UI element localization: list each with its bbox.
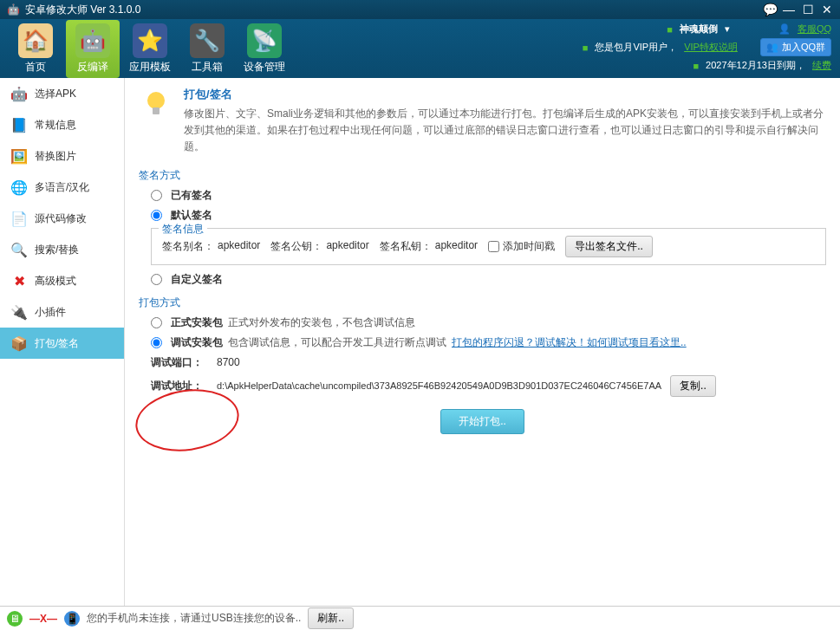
- sidebar-item-search-replace[interactable]: 🔍搜索/替换: [0, 234, 124, 265]
- app-icon: 🤖: [7, 3, 20, 16]
- debug-help-link[interactable]: 打包的程序闪退？调试解决！如何调试项目看这里..: [452, 335, 687, 350]
- status-bar: 🖥 —X— 📱 您的手机尚未连接，请通过USB连接您的设备.. 刷新..: [0, 606, 840, 630]
- sidebar-item-localization[interactable]: 🌐多语言/汉化: [0, 172, 124, 203]
- radio-release-desc: 正式对外发布的安装包，不包含调试信息: [228, 315, 415, 330]
- radio-release-pack[interactable]: [151, 317, 162, 328]
- nav-devices[interactable]: 📡 设备管理: [238, 20, 291, 78]
- main-nav: 🏠 首页 🤖 反编译 ⭐ 应用模板 🔧 工具箱 📡 设备管理: [9, 20, 291, 78]
- status-dot-pc-icon: 🖥: [7, 611, 23, 627]
- title-bar: 🤖 安卓修改大师 Ver 3.1.0.0 💬 — ☐ ✕: [0, 0, 840, 19]
- sidebar: 🤖选择APK 📘常规信息 🖼️替换图片 🌐多语言/汉化 📄源代码修改 🔍搜索/替…: [0, 78, 125, 606]
- sign-section-label: 签名方式: [139, 168, 826, 183]
- radio-debug-label: 调试安装包: [171, 335, 223, 350]
- page-title: 打包/签名: [184, 87, 826, 102]
- sidebar-item-replace-image[interactable]: 🖼️替换图片: [0, 140, 124, 172]
- qq-service-link[interactable]: 客服QQ: [798, 23, 831, 36]
- chat-icon[interactable]: 💬: [764, 3, 776, 16]
- sign-info-legend: 签名信息: [159, 222, 207, 237]
- debug-addr-value: d:\ApkHelperData\cache\uncompiled\373A89…: [217, 380, 661, 391]
- lightbulb-icon: [139, 87, 173, 121]
- debug-port-value: 8700: [217, 356, 240, 368]
- export-sign-button[interactable]: 导出签名文件..: [565, 236, 653, 257]
- radio-release-label: 正式安装包: [171, 315, 223, 330]
- page-description: 修改图片、文字、Smali业务逻辑和其他的参数后，可以通过本功能进行打包。打包编…: [184, 106, 826, 156]
- header: 🏠 首页 🤖 反编译 ⭐ 应用模板 🔧 工具箱 📡 设备管理 ■ 神魂颠倒 ▾ …: [0, 19, 840, 78]
- join-qq-button[interactable]: 👥 加入QQ群: [760, 38, 831, 56]
- connection-x-icon: —X—: [29, 613, 57, 625]
- dropdown-icon[interactable]: ▾: [725, 23, 730, 35]
- status-message: 您的手机尚未连接，请通过USB连接您的设备..: [87, 611, 301, 626]
- close-button[interactable]: ✕: [821, 3, 833, 16]
- radio-custom-sign[interactable]: [151, 274, 162, 285]
- radio-custom-label: 自定义签名: [171, 272, 223, 287]
- svg-rect-1: [153, 107, 160, 114]
- add-timestamp-label: 添加时间戳: [503, 239, 555, 254]
- radio-default-sign[interactable]: [151, 210, 162, 221]
- nav-toolbox[interactable]: 🔧 工具箱: [180, 20, 234, 78]
- user-name: 神魂颠倒: [680, 23, 718, 36]
- sidebar-item-package-sign[interactable]: 📦打包/签名: [0, 328, 124, 359]
- sign-info-fieldset: 签名信息 签名别名：apkeditor 签名公钥：apkeditor 签名私钥：…: [151, 228, 826, 265]
- content-panel: 打包/签名 修改图片、文字、Smali业务逻辑和其他的参数后，可以通过本功能进行…: [125, 78, 840, 606]
- avatar-icon: 👤: [778, 23, 791, 35]
- radio-debug-desc: 包含调试信息，可以配合开发工具进行断点调试: [228, 335, 446, 350]
- start-pack-button[interactable]: 开始打包..: [440, 409, 524, 434]
- main-area: 🤖选择APK 📘常规信息 🖼️替换图片 🌐多语言/汉化 📄源代码修改 🔍搜索/替…: [0, 78, 840, 606]
- nav-home[interactable]: 🏠 首页: [9, 20, 62, 78]
- debug-port-label: 调试端口：: [151, 355, 208, 370]
- copy-button[interactable]: 复制..: [670, 375, 716, 397]
- radio-existing-label: 已有签名: [171, 188, 212, 203]
- pack-section-label: 打包方式: [139, 296, 826, 310]
- header-user-info: ■ 神魂颠倒 ▾ 👤 客服QQ ■ 您是包月VIP用户， VIP特权说明 👥 加…: [583, 23, 831, 75]
- add-timestamp-checkbox[interactable]: [488, 241, 499, 252]
- minimize-button[interactable]: —: [783, 3, 795, 16]
- sidebar-item-advanced[interactable]: ✖高级模式: [0, 265, 124, 296]
- nav-decompile[interactable]: 🤖 反编译: [66, 20, 120, 78]
- refresh-button[interactable]: 刷新..: [308, 607, 354, 629]
- nav-templates[interactable]: ⭐ 应用模板: [123, 20, 177, 78]
- radio-default-label: 默认签名: [171, 208, 212, 223]
- maximize-button[interactable]: ☐: [802, 3, 814, 16]
- qq-icon: 👥: [766, 42, 778, 53]
- sidebar-item-source-edit[interactable]: 📄源代码修改: [0, 203, 124, 234]
- sidebar-item-general-info[interactable]: 📘常规信息: [0, 109, 124, 140]
- sidebar-item-select-apk[interactable]: 🤖选择APK: [0, 78, 124, 109]
- radio-existing-sign[interactable]: [151, 190, 162, 201]
- svg-point-0: [147, 92, 165, 109]
- vip-status: 您是包月VIP用户，: [595, 41, 677, 54]
- radio-debug-pack[interactable]: [151, 337, 162, 348]
- debug-addr-label: 调试地址：: [151, 379, 208, 393]
- expiry-text: 2027年12月13日到期，: [706, 59, 805, 72]
- vip-link[interactable]: VIP特权说明: [684, 41, 738, 54]
- sidebar-item-plugins[interactable]: 🔌小插件: [0, 296, 124, 328]
- status-dot-phone-icon: 📱: [64, 611, 80, 627]
- renew-link[interactable]: 续费: [812, 59, 831, 72]
- app-title: 安卓修改大师 Ver 3.1.0.0: [25, 3, 140, 17]
